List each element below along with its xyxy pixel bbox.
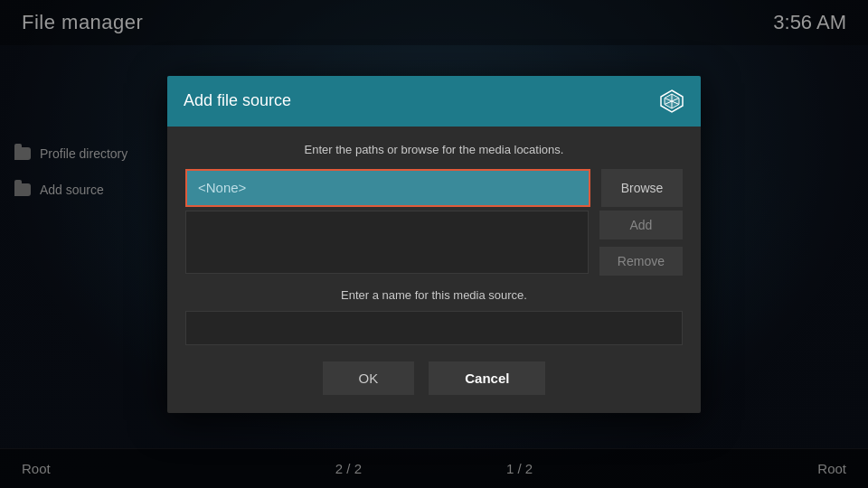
side-buttons: Add Remove	[599, 211, 683, 276]
dialog-header: Add file source	[167, 76, 701, 127]
dialog-body: Enter the paths or browse for the media …	[167, 127, 701, 413]
add-button[interactable]: Add	[599, 211, 683, 239]
kodi-logo-icon	[659, 89, 684, 114]
source-row: Browse	[185, 169, 683, 207]
dialog-title: Add file source	[184, 91, 291, 110]
source-list	[185, 211, 589, 274]
add-file-source-dialog: Add file source Enter the paths or brows…	[167, 76, 701, 413]
ok-button[interactable]: OK	[323, 361, 415, 395]
dialog-overlay: Add file source Enter the paths or brows…	[0, 0, 868, 488]
media-source-name-input[interactable]	[185, 311, 683, 345]
remove-button[interactable]: Remove	[599, 247, 683, 276]
source-list-area: Add Remove	[185, 211, 683, 276]
name-instruction: Enter a name for this media source.	[185, 288, 683, 302]
source-path-input[interactable]	[187, 171, 589, 204]
browse-button[interactable]: Browse	[601, 169, 683, 207]
source-input-wrapper[interactable]	[185, 169, 590, 207]
dialog-footer: OK Cancel	[185, 361, 683, 395]
cancel-button[interactable]: Cancel	[429, 361, 545, 395]
paths-instruction: Enter the paths or browse for the media …	[185, 143, 683, 156]
